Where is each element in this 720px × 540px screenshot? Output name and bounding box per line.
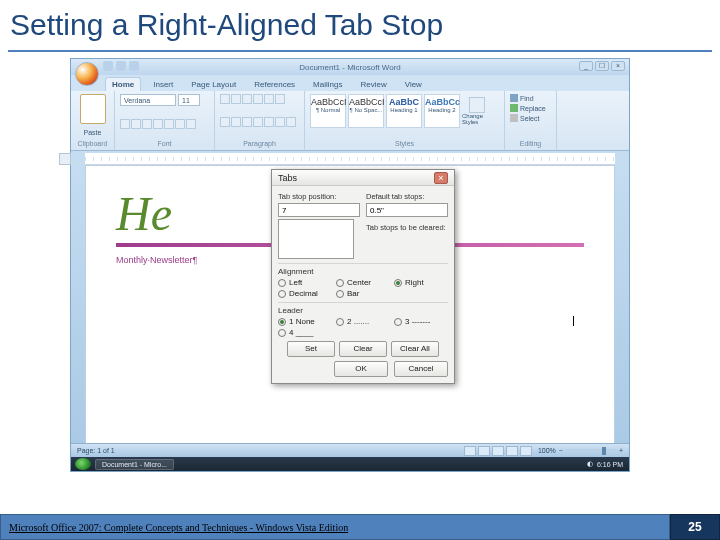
- align-center-button[interactable]: [231, 117, 241, 127]
- style-heading2[interactable]: AaBbCcHeading 2: [424, 94, 460, 128]
- tab-view[interactable]: View: [399, 78, 428, 91]
- align-decimal-radio[interactable]: Decimal: [278, 289, 332, 298]
- start-button[interactable]: [75, 458, 91, 470]
- change-styles-button[interactable]: Change Styles: [462, 94, 492, 128]
- bold-button[interactable]: [120, 119, 130, 129]
- replace-button[interactable]: Replace: [510, 104, 551, 112]
- numbering-button[interactable]: [231, 94, 241, 104]
- alignment-section-label: Alignment: [278, 263, 448, 276]
- tab-page-layout[interactable]: Page Layout: [185, 78, 242, 91]
- dialog-title: Tabs: [278, 173, 297, 183]
- text-cursor: [573, 316, 574, 326]
- view-buttons[interactable]: [464, 446, 532, 456]
- zoom-out-button[interactable]: −: [559, 447, 563, 454]
- footer-text: Microsoft Office 2007: Complete Concepts…: [9, 522, 348, 533]
- replace-icon: [510, 104, 518, 112]
- justify-button[interactable]: [253, 117, 263, 127]
- horizontal-ruler[interactable]: [85, 153, 615, 165]
- taskbar-word-item[interactable]: Document1 - Micro...: [95, 459, 174, 470]
- leader-none-radio[interactable]: 1 None: [278, 317, 332, 326]
- close-button[interactable]: ×: [611, 61, 625, 71]
- minimize-button[interactable]: _: [579, 61, 593, 71]
- ribbon-tabs: Home Insert Page Layout References Maili…: [71, 75, 629, 91]
- office-button[interactable]: [75, 62, 99, 86]
- zoom-slider[interactable]: [566, 449, 616, 453]
- leader-dots-radio[interactable]: 2 .......: [336, 317, 390, 326]
- editing-group-label: Editing: [510, 140, 551, 147]
- align-left-radio[interactable]: Left: [278, 278, 332, 287]
- style-normal[interactable]: AaBbCcI¶ Normal: [310, 94, 346, 128]
- ok-button[interactable]: OK: [334, 361, 388, 377]
- statusbar: Page: 1 of 1 100% − +: [71, 443, 629, 457]
- tab-insert[interactable]: Insert: [147, 78, 179, 91]
- tab-mailings[interactable]: Mailings: [307, 78, 348, 91]
- title-underline: [8, 50, 712, 52]
- clear-list-label: Tab stops to be cleared:: [366, 223, 448, 232]
- zoom-in-button[interactable]: +: [619, 447, 623, 454]
- zoom-label[interactable]: 100%: [538, 447, 556, 454]
- find-button[interactable]: Find: [510, 94, 551, 102]
- subscript-button[interactable]: [164, 119, 174, 129]
- window-title: Document1 - Microsoft Word: [299, 63, 401, 72]
- paragraph-group-label: Paragraph: [220, 140, 299, 147]
- slide-title: Setting a Right-Aligned Tab Stop: [0, 0, 720, 50]
- paste-button[interactable]: [80, 94, 106, 124]
- align-bar-radio[interactable]: Bar: [336, 289, 390, 298]
- cancel-button[interactable]: Cancel: [394, 361, 448, 377]
- page-indicator[interactable]: Page: 1 of 1: [77, 447, 115, 454]
- font-group-label: Font: [120, 140, 209, 147]
- find-icon: [510, 94, 518, 102]
- tab-stop-position-input[interactable]: [278, 203, 360, 217]
- align-right-button[interactable]: [242, 117, 252, 127]
- leader-under-radio[interactable]: 4 ____: [278, 328, 332, 337]
- tray-icon[interactable]: ◐: [587, 460, 593, 468]
- tab-stop-position-label: Tab stop position:: [278, 192, 360, 201]
- taskbar: Document1 - Micro... ◐ 6:16 PM: [71, 457, 629, 471]
- paste-label: Paste: [76, 129, 109, 136]
- sort-button[interactable]: [275, 94, 285, 104]
- clear-button[interactable]: Clear: [339, 341, 387, 357]
- slide-footer: Microsoft Office 2007: Complete Concepts…: [0, 498, 720, 540]
- leader-dashes-radio[interactable]: 3 -------: [394, 317, 448, 326]
- select-button[interactable]: Select: [510, 114, 551, 122]
- superscript-button[interactable]: [175, 119, 185, 129]
- bullets-button[interactable]: [220, 94, 230, 104]
- indent-inc-button[interactable]: [264, 94, 274, 104]
- maximize-button[interactable]: ☐: [595, 61, 609, 71]
- clear-all-button[interactable]: Clear All: [391, 341, 439, 357]
- set-button[interactable]: Set: [287, 341, 335, 357]
- dialog-close-button[interactable]: ×: [434, 172, 448, 184]
- line-spacing-button[interactable]: [264, 117, 274, 127]
- tabs-dialog: Tabs × Tab stop position: Default tab st…: [271, 169, 455, 384]
- multilevel-button[interactable]: [242, 94, 252, 104]
- style-no-spacing[interactable]: AaBbCcI¶ No Spac...: [348, 94, 384, 128]
- italic-button[interactable]: [131, 119, 141, 129]
- tab-review[interactable]: Review: [354, 78, 392, 91]
- page-number: 25: [670, 514, 720, 540]
- tab-home[interactable]: Home: [105, 77, 141, 91]
- strike-button[interactable]: [153, 119, 163, 129]
- align-left-button[interactable]: [220, 117, 230, 127]
- tab-selector[interactable]: [59, 153, 71, 165]
- style-heading1[interactable]: AaBbCHeading 1: [386, 94, 422, 128]
- tab-references[interactable]: References: [248, 78, 301, 91]
- underline-button[interactable]: [142, 119, 152, 129]
- styles-group-label: Styles: [310, 140, 499, 147]
- clipboard-group-label: Clipboard: [76, 140, 109, 147]
- indent-dec-button[interactable]: [253, 94, 263, 104]
- align-right-radio[interactable]: Right: [394, 278, 448, 287]
- default-tab-input[interactable]: [366, 203, 448, 217]
- tab-stop-list[interactable]: [278, 219, 354, 259]
- shading-button[interactable]: [275, 117, 285, 127]
- word-screenshot: Document1 - Microsoft Word _ ☐ × Home In…: [70, 58, 630, 472]
- quick-access-toolbar[interactable]: [103, 61, 139, 71]
- footer-left: Microsoft Office 2007: Complete Concepts…: [0, 514, 670, 540]
- titlebar: Document1 - Microsoft Word _ ☐ ×: [71, 59, 629, 75]
- default-tab-label: Default tab stops:: [366, 192, 448, 201]
- align-center-radio[interactable]: Center: [336, 278, 390, 287]
- font-name-dropdown[interactable]: Verdana: [120, 94, 176, 106]
- ribbon: Paste Clipboard Verdana 11 Font Paragrap…: [71, 91, 629, 151]
- font-size-dropdown[interactable]: 11: [178, 94, 200, 106]
- borders-button[interactable]: [286, 117, 296, 127]
- font-color-button[interactable]: [186, 119, 196, 129]
